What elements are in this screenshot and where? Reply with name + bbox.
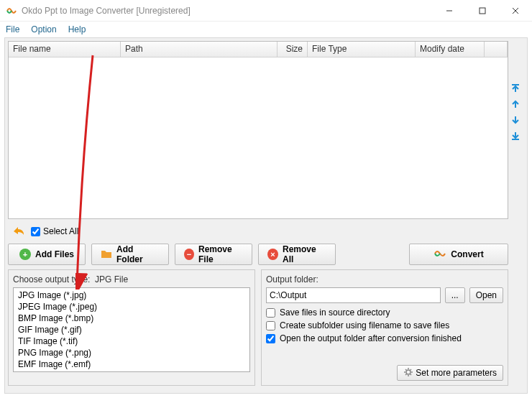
convert-button[interactable]: Convert [409, 244, 508, 265]
col-filename[interactable]: File name [9, 42, 121, 57]
choose-output-label: Choose output type: [13, 274, 90, 284]
app-icon [6, 5, 17, 17]
set-more-parameters-button[interactable]: Set more parameters [397, 365, 503, 381]
create-subfolder-checkbox[interactable]: Create subfolder using filename to save … [266, 320, 503, 330]
add-folder-button[interactable]: Add Folder [91, 244, 169, 265]
output-folder-label: Output folder: [266, 274, 503, 284]
col-filetype[interactable]: File Type [308, 42, 416, 57]
list-item[interactable]: GIF Image (*.gif) [15, 324, 248, 335]
close-button[interactable] [499, 0, 532, 21]
save-in-source-checkbox[interactable]: Save files in source directory [266, 307, 503, 318]
folder-icon [101, 249, 112, 261]
list-item[interactable]: BMP Image (*.bmp) [15, 313, 248, 324]
svg-line-12 [410, 374, 411, 375]
x-icon: × [267, 249, 278, 260]
list-item[interactable]: TIF Image (*.tif) [15, 335, 248, 347]
svg-rect-1 [480, 8, 485, 14]
list-item[interactable]: EMF Image (*.emf) [15, 358, 248, 370]
undo-icon[interactable] [9, 223, 25, 239]
remove-file-button[interactable]: −Remove File [175, 244, 252, 265]
svg-point-6 [406, 370, 411, 374]
output-folder-panel: Output folder: ... Open Save files in so… [261, 269, 508, 386]
minimize-button[interactable] [433, 0, 466, 21]
col-modifydate[interactable]: Modify date [416, 42, 485, 57]
move-top-icon[interactable] [510, 83, 521, 94]
add-files-button[interactable]: +Add Files [8, 244, 86, 265]
list-item[interactable]: JPG Image (*.jpg) [15, 290, 248, 301]
file-list-table: File name Path Size File Type Modify dat… [8, 41, 508, 219]
col-path[interactable]: Path [121, 42, 278, 57]
gear-icon [403, 367, 413, 379]
svg-line-11 [405, 369, 407, 371]
move-up-icon[interactable] [510, 98, 521, 110]
convert-icon [434, 249, 446, 261]
minus-icon: − [184, 249, 194, 260]
output-type-panel: Choose output type: JPG File JPG Image (… [8, 269, 255, 386]
plus-icon: + [19, 249, 31, 260]
output-type-list[interactable]: JPG Image (*.jpg) JPEG Image (*.jpeg) BM… [13, 287, 250, 372]
remove-all-button[interactable]: ×Remove All [258, 244, 336, 265]
list-item[interactable]: JPEG Image (*.jpeg) [15, 301, 248, 313]
browse-button[interactable]: ... [445, 287, 465, 303]
select-all-label: Select All [43, 226, 78, 236]
move-bottom-icon[interactable] [510, 130, 521, 142]
menu-option[interactable]: Option [31, 24, 56, 34]
open-folder-button[interactable]: Open [469, 287, 503, 303]
col-spacer [485, 42, 508, 57]
list-item[interactable]: PNG Image (*.png) [15, 347, 248, 358]
open-after-checkbox[interactable]: Open the output folder after conversion … [266, 333, 503, 343]
menu-help[interactable]: Help [68, 24, 86, 34]
output-folder-input[interactable] [266, 287, 441, 303]
maximize-button[interactable] [466, 0, 499, 21]
col-size[interactable]: Size [278, 42, 308, 57]
select-all-checkbox[interactable]: Select All [31, 226, 78, 236]
move-down-icon[interactable] [510, 114, 521, 126]
svg-line-14 [405, 374, 407, 375]
menu-file[interactable]: File [6, 24, 19, 34]
current-output-type: JPG File [95, 274, 128, 284]
window-title: Okdo Ppt to Image Converter [Unregistere… [22, 6, 433, 16]
svg-line-13 [410, 369, 411, 371]
